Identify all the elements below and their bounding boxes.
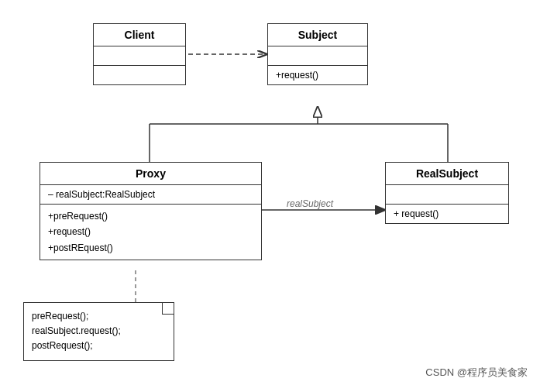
note-line-3: postRequest(); — [32, 339, 166, 353]
subject-attrs — [268, 46, 367, 66]
subject-title: Subject — [268, 24, 367, 46]
diagram-container: Client Subject +request() Proxy – realSu… — [0, 0, 540, 392]
association-label: realSubject — [287, 198, 333, 209]
client-title: Client — [94, 24, 185, 46]
subject-box: Subject +request() — [267, 23, 368, 85]
proxy-methods: +preRequest()+request()+postREquest() — [40, 205, 261, 260]
note-line-2: realSubject.request(); — [32, 324, 166, 339]
client-methods — [94, 66, 185, 84]
realsubject-box: RealSubject + request() — [385, 162, 509, 224]
watermark: CSDN @程序员美食家 — [425, 366, 528, 380]
subject-methods: +request() — [268, 66, 367, 84]
proxy-box: Proxy – realSubject:RealSubject +preRequ… — [40, 162, 262, 260]
client-box: Client — [93, 23, 186, 85]
realsubject-title: RealSubject — [386, 163, 508, 185]
client-attrs — [94, 46, 185, 66]
realsubject-methods: + request() — [386, 205, 508, 223]
note-box: preRequest(); realSubject.request(); pos… — [23, 302, 174, 361]
proxy-title: Proxy — [40, 163, 261, 185]
note-line-1: preRequest(); — [32, 309, 166, 324]
realsubject-attrs — [386, 185, 508, 205]
proxy-attrs: – realSubject:RealSubject — [40, 185, 261, 205]
